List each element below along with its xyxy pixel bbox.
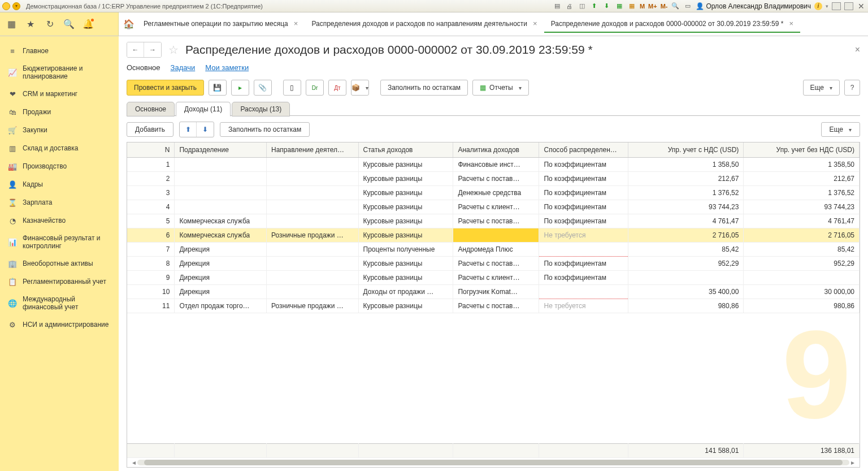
move-down-icon[interactable]: ⬇ xyxy=(197,122,214,137)
col-header[interactable]: Способ распределен… xyxy=(539,142,628,158)
search-icon[interactable]: 🔍 xyxy=(62,18,76,31)
close-window-button[interactable]: ✕ xyxy=(857,2,866,11)
memory-mplus[interactable]: M+ xyxy=(648,3,657,10)
star-icon[interactable]: ☆ xyxy=(168,43,179,57)
move-up-icon[interactable]: ⬆ xyxy=(180,122,197,137)
post-close-button[interactable]: Провести и закрыть xyxy=(127,80,204,96)
favorite-icon[interactable]: ★ xyxy=(24,18,37,31)
table-row[interactable]: 6Коммерческая службаРозничные продажи …К… xyxy=(127,228,860,243)
subnav-notes[interactable]: Мои заметки xyxy=(205,63,249,72)
cell[interactable]: Дирекция xyxy=(175,243,267,257)
cell[interactable]: 30 000,00 xyxy=(744,285,860,299)
cell[interactable]: По коэффициентам xyxy=(539,200,628,214)
table-row[interactable]: 10ДирекцияДоходы от продажи …Погрузчик K… xyxy=(127,285,860,299)
cell[interactable]: Расчеты с клиент… xyxy=(453,271,539,285)
h-scrollbar[interactable]: ◂ ▸ xyxy=(127,458,860,467)
cell[interactable]: 93 744,23 xyxy=(628,200,744,214)
cell[interactable]: Курсовые разницы xyxy=(358,172,453,186)
cell[interactable]: Дирекция xyxy=(175,271,267,285)
app-dropdown-icon[interactable]: ▾ xyxy=(12,2,20,10)
cell[interactable]: 6 xyxy=(127,228,175,243)
cell[interactable]: 1 358,50 xyxy=(744,158,860,172)
cell[interactable]: 2 xyxy=(127,172,175,186)
section-tab-expense[interactable]: Расходы (13) xyxy=(232,102,290,116)
more-button[interactable]: Еще xyxy=(803,80,840,96)
subnav-main[interactable]: Основное xyxy=(127,63,160,72)
cell[interactable]: 10 xyxy=(127,285,175,299)
cell[interactable]: 5 xyxy=(127,214,175,228)
cell[interactable]: Курсовые разницы xyxy=(358,158,453,172)
sidebar-item-9[interactable]: ◔Казначейство xyxy=(0,211,119,230)
cell[interactable]: Курсовые разницы xyxy=(358,186,453,200)
sidebar-item-12[interactable]: 📋Регламентированный учет xyxy=(0,273,119,291)
cell[interactable]: По коэффициентам xyxy=(539,158,628,172)
cell[interactable] xyxy=(266,243,358,257)
attachments-button[interactable]: 📦 xyxy=(351,80,369,96)
structure-button[interactable]: ▯ xyxy=(283,80,301,96)
cell[interactable]: 7 xyxy=(127,243,175,257)
sidebar-item-11[interactable]: 🏢Внеоборотные активы xyxy=(0,254,119,273)
sidebar-item-13[interactable]: 🌐Международный финансовый учет xyxy=(0,291,119,316)
cell[interactable]: Дирекция xyxy=(175,257,267,271)
cell[interactable]: По коэффициентам xyxy=(539,186,628,200)
reports-button[interactable]: ▦Отчеты xyxy=(472,80,528,96)
cell[interactable]: По коэффициентам xyxy=(539,257,628,271)
cell[interactable] xyxy=(628,271,744,285)
cell[interactable] xyxy=(266,200,358,214)
cell[interactable]: 1 xyxy=(127,158,175,172)
memory-mminus[interactable]: M- xyxy=(661,3,668,10)
cell[interactable]: 8 xyxy=(127,257,175,271)
cell[interactable] xyxy=(266,271,358,285)
cell[interactable]: 35 400,00 xyxy=(628,285,744,299)
cell[interactable]: Курсовые разницы xyxy=(358,299,453,313)
apps-icon[interactable]: ▦ xyxy=(5,18,18,31)
calc-icon[interactable]: ▦ xyxy=(615,2,624,11)
cell[interactable]: По коэффициентам xyxy=(539,214,628,228)
cell[interactable]: 4 761,47 xyxy=(628,214,744,228)
table-row[interactable]: 1Курсовые разницыФинансовые инст…По коэф… xyxy=(127,158,860,172)
cell[interactable] xyxy=(175,172,267,186)
fill-balances-button[interactable]: Заполнить по остаткам xyxy=(380,80,468,96)
help-button[interactable]: ? xyxy=(844,80,860,96)
print-icon[interactable]: 🖨 xyxy=(565,2,574,11)
cell[interactable]: Доходы от продажи … xyxy=(358,285,453,299)
memory-m[interactable]: M xyxy=(640,3,645,10)
cell[interactable]: Расчеты с постав… xyxy=(453,299,539,313)
maximize-button[interactable] xyxy=(844,2,853,10)
tab-close-icon[interactable]: × xyxy=(533,19,537,28)
upload-icon[interactable]: ⬆ xyxy=(590,2,599,11)
cell[interactable]: Курсовые разницы xyxy=(358,214,453,228)
cell[interactable]: 3 xyxy=(127,186,175,200)
cell[interactable]: Коммерческая служба xyxy=(175,214,267,228)
history-icon[interactable]: ↻ xyxy=(43,18,57,31)
tab-close-icon[interactable]: × xyxy=(789,19,793,28)
cell[interactable]: Расчеты с постав… xyxy=(453,172,539,186)
back-button[interactable]: ← xyxy=(127,42,144,57)
fill-row-button[interactable]: Заполнить по остаткам xyxy=(220,122,310,137)
col-header[interactable]: Направление деятел… xyxy=(266,142,358,158)
col-header[interactable]: N xyxy=(127,142,175,158)
search-global-icon[interactable]: 🔍 xyxy=(671,2,680,11)
table-row[interactable]: 3Курсовые разницыДенежные средстваПо коэ… xyxy=(127,186,860,200)
cell[interactable]: Коммерческая служба xyxy=(175,228,267,243)
sidebar-item-14[interactable]: ⚙НСИ и администрирование xyxy=(0,316,119,334)
cell[interactable] xyxy=(175,158,267,172)
sidebar-item-6[interactable]: 🏭Производство xyxy=(0,157,119,175)
col-header[interactable]: Подразделение xyxy=(175,142,267,158)
info-icon[interactable]: i xyxy=(814,2,822,10)
dt-kt-button[interactable]: Дт xyxy=(328,80,346,96)
cell[interactable]: Расчеты с постав… xyxy=(453,214,539,228)
cell[interactable]: 85,42 xyxy=(628,243,744,257)
cell[interactable] xyxy=(266,186,358,200)
help-nav-icon[interactable]: ▭ xyxy=(683,2,692,11)
cell[interactable] xyxy=(266,257,358,271)
cell[interactable]: 2 716,05 xyxy=(744,228,860,243)
cell[interactable]: Курсовые разницы xyxy=(358,257,453,271)
cell[interactable]: По коэффициентам xyxy=(539,172,628,186)
cell[interactable]: 212,67 xyxy=(628,172,744,186)
cell[interactable]: Погрузчик Komat… xyxy=(453,285,539,299)
cell[interactable]: Отдел продаж торго… xyxy=(175,299,267,313)
table-row[interactable]: 11Отдел продаж торго…Розничные продажи …… xyxy=(127,299,860,313)
sidebar-item-5[interactable]: ▥Склад и доставка xyxy=(0,139,119,157)
info-dropdown[interactable]: ▾ xyxy=(826,3,828,9)
